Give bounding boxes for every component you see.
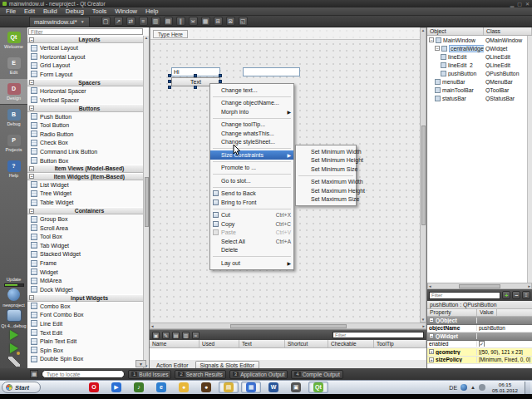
menu-file[interactable]: File [2, 7, 20, 16]
panel-collapse-button[interactable]: ▼ [135, 360, 146, 367]
menu-help[interactable]: Help [141, 7, 162, 16]
widget-item-horizontal-layout[interactable]: Horizontal Layout [27, 52, 143, 62]
object-row-mainwindow[interactable]: −MainWindowQMainWindow [427, 36, 532, 44]
scroll-down-icon[interactable]: ▼ [421, 318, 425, 322]
expander-icon[interactable]: − [435, 46, 440, 51]
widget-item-horizontal-spacer[interactable]: Horizontal Spacer [27, 86, 143, 96]
property-filter-input[interactable] [429, 292, 500, 299]
close-button[interactable]: ✕ [525, 2, 530, 7]
selection-handle[interactable] [168, 74, 171, 77]
configure-action-icon[interactable]: ≈ [192, 332, 200, 339]
widget-item-vertical-layout[interactable]: Vertical Layout [27, 43, 143, 52]
object-row-lineedit-2[interactable]: lineEdit_2QLineEdit [427, 61, 532, 69]
widget-item-tree-widget[interactable]: Tree Widget [27, 190, 143, 199]
mode-edit[interactable]: EEdit [0, 53, 27, 79]
selection-handle[interactable] [194, 86, 197, 89]
collapse-icon[interactable]: − [29, 37, 34, 42]
menu-build[interactable]: Build [39, 7, 62, 16]
object-inspector-scrollbar[interactable] [527, 36, 532, 283]
adjust-size-icon[interactable]: ◱ [239, 17, 248, 26]
widget-item-double-spin-box[interactable]: Double Spin Box [27, 355, 143, 364]
widget-item-button-box[interactable]: Button Box [27, 156, 143, 165]
menu-item-go-to-slot[interactable]: Go to slot... [210, 176, 293, 185]
menu-item-morph-into[interactable]: Morph into▶ [210, 107, 293, 116]
scroll-left-icon[interactable]: ◄ [150, 324, 154, 328]
canvas-horizontal-scrollbar[interactable]: ◄► [150, 323, 426, 329]
scroll-left-icon[interactable]: ◄ [428, 284, 431, 288]
show-desktop-button[interactable] [525, 382, 530, 394]
collapse-icon[interactable]: − [29, 106, 34, 111]
mode-design[interactable]: DDesign [0, 79, 27, 105]
menu-item-change-whatsthis[interactable]: Change whatsThis... [210, 129, 293, 138]
selection-handle[interactable] [194, 74, 197, 77]
locator-input[interactable] [42, 370, 125, 378]
menu-item-cut[interactable]: CutCtrl+X [210, 211, 293, 220]
menu-item-delete[interactable]: Delete [210, 246, 293, 255]
taskbar-winamp-icon[interactable]: ♪ [129, 382, 149, 393]
edit-widgets-icon[interactable]: ▢ [101, 17, 111, 26]
widget-item-dock-widget[interactable]: Dock Widget [27, 285, 143, 294]
submenu-item-set-minimum-height[interactable]: Set Minimum Height [296, 156, 356, 165]
widget-item-scroll-area[interactable]: Scroll Area [27, 224, 143, 233]
column-used[interactable]: Used [200, 340, 239, 347]
layout-grid-icon[interactable]: ⊞ [214, 17, 223, 26]
collapse-icon[interactable]: − [29, 174, 34, 179]
edit-action-icon[interactable]: ✎ [162, 332, 170, 339]
selection-handle[interactable] [219, 74, 222, 77]
expander-icon[interactable]: − [429, 318, 434, 323]
widget-item-list-widget[interactable]: List Widget [27, 180, 143, 190]
line-edit-2[interactable] [243, 67, 300, 76]
layout-splitter-horizontal-icon[interactable]: ∥ [176, 17, 185, 26]
layout-splitter-vertical-icon[interactable]: ≍ [189, 17, 198, 26]
build-button[interactable] [8, 357, 20, 367]
taskbar-internet-explorer-icon[interactable]: e [151, 382, 171, 393]
menu-item-paste[interactable]: PasteCtrl+V [210, 229, 293, 238]
object-row-centralwidget[interactable]: −centralWidgetQWidget [427, 44, 532, 52]
object-row-maintoolbar[interactable]: mainToolBarQToolBar [427, 86, 532, 94]
menu-edit[interactable]: Edit [20, 7, 39, 16]
action-table-body[interactable] [150, 348, 426, 360]
menu-window[interactable]: Window [111, 7, 141, 16]
delete-action-icon[interactable]: ▥ [182, 332, 190, 339]
output-pane-search-results[interactable]: 2Search Results [175, 370, 225, 379]
scroll-right-icon[interactable]: ► [422, 324, 426, 328]
action-filter-input[interactable] [332, 332, 424, 338]
expander-icon[interactable]: + [429, 357, 434, 362]
edit-signals-slots-icon[interactable]: ↗ [114, 17, 123, 26]
expander-icon[interactable]: − [429, 37, 434, 42]
taskbar-chrome-icon[interactable]: ● [174, 382, 194, 393]
submenu-item-set-minimum-size[interactable]: Set Minimum Size [296, 165, 356, 174]
widget-section-item-views-model-based[interactable]: −Item Views (Model-Based) [27, 165, 143, 172]
scrollbar-thumb[interactable] [421, 126, 426, 225]
widget-item-stacked-widget[interactable]: Stacked Widget [27, 250, 143, 259]
volume-icon[interactable] [479, 384, 485, 391]
scrollbar-thumb[interactable] [459, 284, 500, 288]
menu-item-change-tooltip[interactable]: Change toolTip... [210, 121, 293, 130]
submenu-item-set-maximum-width[interactable]: Set Maximum Width [296, 178, 356, 187]
column-shortcut[interactable]: Shortcut [285, 340, 328, 347]
scroll-up-icon[interactable]: ▲ [421, 28, 425, 32]
collapse-icon[interactable]: − [29, 295, 34, 300]
object-row-statusbar[interactable]: statusBarQStatusBar [427, 94, 532, 102]
widget-item-widget[interactable]: Widget [27, 268, 143, 277]
collapse-icon[interactable]: − [29, 166, 34, 171]
widget-section-spacers[interactable]: −Spacers [27, 79, 143, 86]
maximize-button[interactable]: ▢ [517, 2, 522, 7]
output-pane-build-issues[interactable]: 1Build Issues [128, 370, 171, 379]
column-text[interactable]: Text [239, 340, 285, 347]
minimize-button[interactable]: ▁ [510, 2, 515, 7]
widget-item-command-link-button[interactable]: Command Link Button [27, 147, 143, 156]
selection-handle[interactable] [168, 80, 171, 83]
widget-section-buttons[interactable]: −Buttons [27, 104, 143, 111]
taskbar-media-player-icon[interactable]: ▶ [106, 382, 126, 393]
widget-item-mdiarea[interactable]: MdiArea [27, 276, 143, 285]
taskbar-qt-creator-icon[interactable]: Qt [308, 382, 328, 393]
taskbar-word-icon[interactable]: W [264, 382, 283, 393]
widget-item-radio-button[interactable]: Radio Button [27, 130, 143, 139]
layout-form-icon[interactable]: ▦ [201, 17, 210, 26]
mode-debug[interactable]: BDebug [0, 105, 27, 131]
widget-item-group-box[interactable]: Group Box [27, 214, 143, 224]
widget-item-spin-box[interactable]: Spin Box [27, 346, 143, 355]
column-object[interactable]: Object [427, 27, 484, 35]
widget-item-text-edit[interactable]: Text Edit [27, 328, 143, 337]
